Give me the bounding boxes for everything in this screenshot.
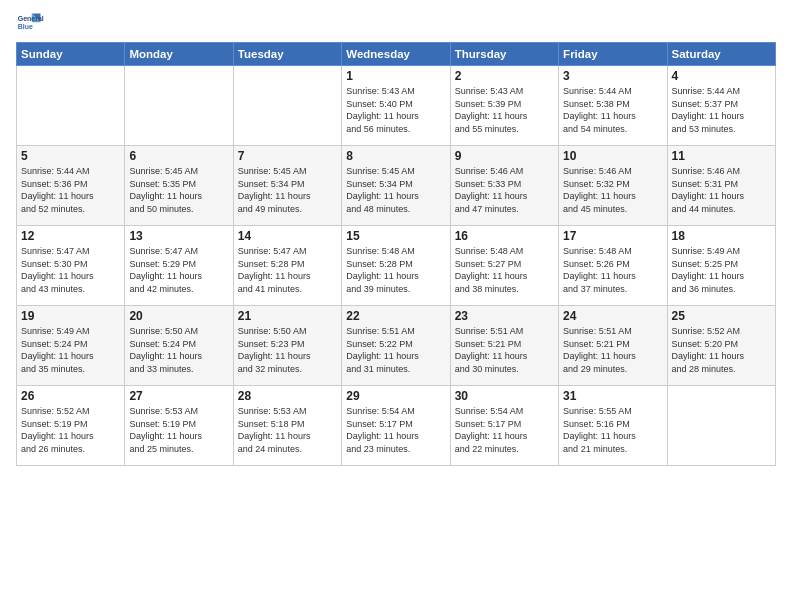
- day-number: 27: [129, 389, 228, 403]
- svg-text:General: General: [18, 15, 44, 22]
- day-info: Sunrise: 5:44 AM Sunset: 5:38 PM Dayligh…: [563, 85, 662, 135]
- calendar-cell: 3Sunrise: 5:44 AM Sunset: 5:38 PM Daylig…: [559, 66, 667, 146]
- day-info: Sunrise: 5:54 AM Sunset: 5:17 PM Dayligh…: [455, 405, 554, 455]
- day-number: 25: [672, 309, 771, 323]
- day-info: Sunrise: 5:54 AM Sunset: 5:17 PM Dayligh…: [346, 405, 445, 455]
- calendar-cell: [667, 386, 775, 466]
- day-info: Sunrise: 5:45 AM Sunset: 5:35 PM Dayligh…: [129, 165, 228, 215]
- calendar-cell: 13Sunrise: 5:47 AM Sunset: 5:29 PM Dayli…: [125, 226, 233, 306]
- svg-text:Blue: Blue: [18, 23, 33, 30]
- day-number: 19: [21, 309, 120, 323]
- day-header-sunday: Sunday: [17, 43, 125, 66]
- day-number: 30: [455, 389, 554, 403]
- calendar-cell: 10Sunrise: 5:46 AM Sunset: 5:32 PM Dayli…: [559, 146, 667, 226]
- calendar-cell: 30Sunrise: 5:54 AM Sunset: 5:17 PM Dayli…: [450, 386, 558, 466]
- calendar-cell: [233, 66, 341, 146]
- calendar-cell: 9Sunrise: 5:46 AM Sunset: 5:33 PM Daylig…: [450, 146, 558, 226]
- day-number: 2: [455, 69, 554, 83]
- calendar-cell: 7Sunrise: 5:45 AM Sunset: 5:34 PM Daylig…: [233, 146, 341, 226]
- calendar-cell: 29Sunrise: 5:54 AM Sunset: 5:17 PM Dayli…: [342, 386, 450, 466]
- day-number: 20: [129, 309, 228, 323]
- day-number: 3: [563, 69, 662, 83]
- logo: General Blue: [16, 10, 44, 38]
- calendar-cell: 14Sunrise: 5:47 AM Sunset: 5:28 PM Dayli…: [233, 226, 341, 306]
- day-info: Sunrise: 5:51 AM Sunset: 5:21 PM Dayligh…: [563, 325, 662, 375]
- day-header-tuesday: Tuesday: [233, 43, 341, 66]
- day-number: 18: [672, 229, 771, 243]
- day-number: 15: [346, 229, 445, 243]
- calendar-cell: 31Sunrise: 5:55 AM Sunset: 5:16 PM Dayli…: [559, 386, 667, 466]
- calendar-cell: 26Sunrise: 5:52 AM Sunset: 5:19 PM Dayli…: [17, 386, 125, 466]
- day-number: 29: [346, 389, 445, 403]
- calendar-cell: 27Sunrise: 5:53 AM Sunset: 5:19 PM Dayli…: [125, 386, 233, 466]
- day-info: Sunrise: 5:50 AM Sunset: 5:23 PM Dayligh…: [238, 325, 337, 375]
- week-row-5: 26Sunrise: 5:52 AM Sunset: 5:19 PM Dayli…: [17, 386, 776, 466]
- day-info: Sunrise: 5:47 AM Sunset: 5:29 PM Dayligh…: [129, 245, 228, 295]
- week-row-4: 19Sunrise: 5:49 AM Sunset: 5:24 PM Dayli…: [17, 306, 776, 386]
- day-header-saturday: Saturday: [667, 43, 775, 66]
- day-number: 24: [563, 309, 662, 323]
- day-number: 13: [129, 229, 228, 243]
- calendar-cell: 22Sunrise: 5:51 AM Sunset: 5:22 PM Dayli…: [342, 306, 450, 386]
- day-number: 6: [129, 149, 228, 163]
- calendar-cell: 15Sunrise: 5:48 AM Sunset: 5:28 PM Dayli…: [342, 226, 450, 306]
- day-number: 22: [346, 309, 445, 323]
- calendar-cell: 20Sunrise: 5:50 AM Sunset: 5:24 PM Dayli…: [125, 306, 233, 386]
- calendar-cell: 2Sunrise: 5:43 AM Sunset: 5:39 PM Daylig…: [450, 66, 558, 146]
- day-info: Sunrise: 5:44 AM Sunset: 5:37 PM Dayligh…: [672, 85, 771, 135]
- day-number: 1: [346, 69, 445, 83]
- calendar-table: SundayMondayTuesdayWednesdayThursdayFrid…: [16, 42, 776, 466]
- day-info: Sunrise: 5:45 AM Sunset: 5:34 PM Dayligh…: [346, 165, 445, 215]
- calendar-cell: 6Sunrise: 5:45 AM Sunset: 5:35 PM Daylig…: [125, 146, 233, 226]
- day-number: 9: [455, 149, 554, 163]
- calendar-cell: 11Sunrise: 5:46 AM Sunset: 5:31 PM Dayli…: [667, 146, 775, 226]
- day-info: Sunrise: 5:43 AM Sunset: 5:39 PM Dayligh…: [455, 85, 554, 135]
- day-info: Sunrise: 5:46 AM Sunset: 5:33 PM Dayligh…: [455, 165, 554, 215]
- day-number: 17: [563, 229, 662, 243]
- calendar-cell: 24Sunrise: 5:51 AM Sunset: 5:21 PM Dayli…: [559, 306, 667, 386]
- day-info: Sunrise: 5:44 AM Sunset: 5:36 PM Dayligh…: [21, 165, 120, 215]
- page-container: General Blue SundayMondayTuesdayWednesda…: [0, 0, 792, 476]
- day-info: Sunrise: 5:53 AM Sunset: 5:19 PM Dayligh…: [129, 405, 228, 455]
- day-number: 21: [238, 309, 337, 323]
- day-info: Sunrise: 5:47 AM Sunset: 5:30 PM Dayligh…: [21, 245, 120, 295]
- day-info: Sunrise: 5:43 AM Sunset: 5:40 PM Dayligh…: [346, 85, 445, 135]
- calendar-cell: 19Sunrise: 5:49 AM Sunset: 5:24 PM Dayli…: [17, 306, 125, 386]
- day-info: Sunrise: 5:51 AM Sunset: 5:21 PM Dayligh…: [455, 325, 554, 375]
- calendar-cell: 1Sunrise: 5:43 AM Sunset: 5:40 PM Daylig…: [342, 66, 450, 146]
- calendar-cell: 17Sunrise: 5:48 AM Sunset: 5:26 PM Dayli…: [559, 226, 667, 306]
- day-info: Sunrise: 5:53 AM Sunset: 5:18 PM Dayligh…: [238, 405, 337, 455]
- calendar-cell: 25Sunrise: 5:52 AM Sunset: 5:20 PM Dayli…: [667, 306, 775, 386]
- week-row-2: 5Sunrise: 5:44 AM Sunset: 5:36 PM Daylig…: [17, 146, 776, 226]
- day-info: Sunrise: 5:55 AM Sunset: 5:16 PM Dayligh…: [563, 405, 662, 455]
- day-number: 28: [238, 389, 337, 403]
- day-number: 12: [21, 229, 120, 243]
- day-number: 5: [21, 149, 120, 163]
- day-number: 14: [238, 229, 337, 243]
- calendar-cell: [125, 66, 233, 146]
- day-info: Sunrise: 5:46 AM Sunset: 5:31 PM Dayligh…: [672, 165, 771, 215]
- day-info: Sunrise: 5:48 AM Sunset: 5:28 PM Dayligh…: [346, 245, 445, 295]
- day-header-wednesday: Wednesday: [342, 43, 450, 66]
- calendar-cell: 21Sunrise: 5:50 AM Sunset: 5:23 PM Dayli…: [233, 306, 341, 386]
- day-info: Sunrise: 5:46 AM Sunset: 5:32 PM Dayligh…: [563, 165, 662, 215]
- day-number: 16: [455, 229, 554, 243]
- calendar-cell: 23Sunrise: 5:51 AM Sunset: 5:21 PM Dayli…: [450, 306, 558, 386]
- day-number: 10: [563, 149, 662, 163]
- day-header-friday: Friday: [559, 43, 667, 66]
- day-number: 31: [563, 389, 662, 403]
- day-info: Sunrise: 5:52 AM Sunset: 5:20 PM Dayligh…: [672, 325, 771, 375]
- calendar-cell: 12Sunrise: 5:47 AM Sunset: 5:30 PM Dayli…: [17, 226, 125, 306]
- day-header-thursday: Thursday: [450, 43, 558, 66]
- calendar-cell: 18Sunrise: 5:49 AM Sunset: 5:25 PM Dayli…: [667, 226, 775, 306]
- day-info: Sunrise: 5:49 AM Sunset: 5:25 PM Dayligh…: [672, 245, 771, 295]
- header: General Blue: [16, 10, 776, 38]
- calendar-cell: 5Sunrise: 5:44 AM Sunset: 5:36 PM Daylig…: [17, 146, 125, 226]
- week-row-3: 12Sunrise: 5:47 AM Sunset: 5:30 PM Dayli…: [17, 226, 776, 306]
- day-number: 8: [346, 149, 445, 163]
- logo-icon: General Blue: [16, 10, 44, 38]
- day-info: Sunrise: 5:51 AM Sunset: 5:22 PM Dayligh…: [346, 325, 445, 375]
- day-info: Sunrise: 5:48 AM Sunset: 5:27 PM Dayligh…: [455, 245, 554, 295]
- day-info: Sunrise: 5:49 AM Sunset: 5:24 PM Dayligh…: [21, 325, 120, 375]
- days-header-row: SundayMondayTuesdayWednesdayThursdayFrid…: [17, 43, 776, 66]
